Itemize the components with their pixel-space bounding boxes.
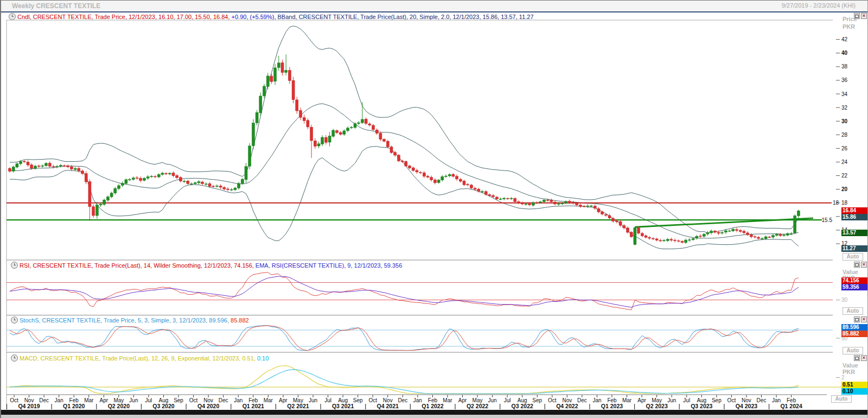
svg-text:34: 34	[841, 91, 848, 97]
legend-stoch-d-value: 85.882	[231, 317, 249, 324]
svg-text:Jan: Jan	[55, 397, 63, 403]
svg-text:30: 30	[841, 118, 848, 124]
svg-text:Mar: Mar	[443, 397, 452, 403]
rsi-legend: RSI, CRESCENT TEXTILE, Trade Price(Last)…	[11, 262, 402, 269]
clock-icon	[11, 262, 18, 269]
svg-text:Dec: Dec	[219, 397, 228, 403]
svg-text:Jul: Jul	[145, 397, 152, 403]
svg-text:Oct: Oct	[189, 397, 198, 403]
svg-text:Jul: Jul	[683, 397, 690, 403]
svg-text:42: 42	[841, 36, 848, 42]
svg-text:Jun: Jun	[129, 397, 138, 403]
svg-text:Q1 2023: Q1 2023	[601, 403, 623, 409]
svg-text:Jan: Jan	[592, 397, 601, 403]
bb-lower-badge: 11.27	[841, 245, 868, 252]
svg-text:18: 18	[841, 200, 848, 206]
close-button[interactable]: ×	[861, 262, 867, 268]
svg-text:22: 22	[841, 173, 848, 179]
legend-rsi-values: RSI, CRESCENT TEXTILE, Trade Price(Last)…	[20, 262, 254, 269]
svg-text:Oct: Oct	[10, 397, 18, 403]
clock-icon	[11, 316, 18, 324]
svg-text:18: 18	[833, 200, 839, 206]
svg-text:Q4 2022: Q4 2022	[556, 403, 578, 409]
svg-text:Apr: Apr	[279, 397, 288, 403]
clock-icon	[11, 354, 18, 362]
svg-text:Jan: Jan	[772, 397, 781, 403]
svg-text:36: 36	[841, 77, 848, 83]
svg-text:Q2 2022: Q2 2022	[467, 403, 488, 409]
close-button[interactable]: ×	[861, 316, 867, 322]
close-button[interactable]: ×	[861, 355, 867, 361]
svg-text:Q2 2020: Q2 2020	[108, 403, 130, 409]
svg-text:Jun: Jun	[488, 397, 497, 403]
svg-text:Dec: Dec	[577, 397, 587, 403]
legend-rsi-ema-values: EMA, RSI(CRESCENT TEXTILE), 9, 12/1/2023…	[256, 262, 402, 269]
svg-text:24: 24	[841, 159, 848, 165]
bb-mid-badge: 13.57	[841, 230, 868, 236]
stoch-axis-auto-toggle[interactable]: Auto	[843, 347, 863, 354]
svg-text:Q1 2022: Q1 2022	[422, 403, 443, 409]
price-axis-auto-toggle[interactable]: Auto	[843, 253, 863, 261]
svg-text:Q4 2020: Q4 2020	[197, 403, 219, 409]
rsi-panel-buttons: ×	[854, 262, 867, 268]
stoch-panel-buttons: ×	[854, 316, 867, 322]
svg-text:Sep: Sep	[353, 397, 363, 403]
svg-text:Jun: Jun	[667, 397, 676, 403]
chart-window: Weekly CRESCENT TEXTILE 9/27/2019 - 2/23…	[0, 0, 868, 418]
svg-text:Dec: Dec	[39, 397, 49, 403]
svg-text:20: 20	[841, 186, 848, 192]
rsi-value-badge: 74.156	[841, 277, 868, 284]
svg-text:15.5: 15.5	[822, 217, 833, 223]
legend-macd-values: MACD, CRESCENT TEXTILE, Trade Price(Last…	[20, 355, 256, 362]
rsi-axis-auto-toggle[interactable]: Auto	[843, 307, 863, 315]
stoch-k-badge: 89.596	[841, 324, 868, 331]
svg-text:Q4 2019: Q4 2019	[18, 403, 40, 409]
macd-signal-badge: 0.10	[841, 388, 868, 395]
bb-upper-badge: 15.86	[841, 214, 868, 220]
last-price-badge: 16.84	[841, 207, 868, 214]
svg-text:Apr: Apr	[637, 397, 646, 403]
restore-button[interactable]	[854, 355, 860, 361]
svg-text:Apr: Apr	[100, 397, 108, 403]
macd-axis-title: Value	[843, 362, 858, 369]
svg-text:Oct: Oct	[368, 397, 377, 403]
svg-text:Jun: Jun	[309, 397, 317, 403]
macd-legend: MACD, CRESCENT TEXTILE, Trade Price(Last…	[11, 354, 269, 362]
svg-text:Q3 2020: Q3 2020	[152, 403, 174, 409]
window-bottom-border	[1, 410, 867, 415]
svg-text:Jul: Jul	[324, 397, 331, 403]
svg-text:Q3 2022: Q3 2022	[512, 403, 533, 409]
svg-text:Jan: Jan	[234, 397, 242, 403]
restore-button[interactable]	[854, 316, 860, 322]
svg-text:Mar: Mar	[264, 397, 273, 403]
price-axis-unit: PKR	[843, 23, 855, 30]
svg-text:Q1 2024: Q1 2024	[780, 403, 802, 409]
svg-text:Jul: Jul	[504, 397, 511, 403]
svg-text:Jan: Jan	[413, 397, 422, 403]
svg-text:30: 30	[841, 297, 848, 303]
svg-text:Sep: Sep	[174, 397, 183, 403]
svg-text:Q1 2021: Q1 2021	[242, 403, 264, 409]
svg-text:28: 28	[841, 132, 848, 138]
macd-panel-buttons: ×	[854, 355, 867, 361]
svg-text:Oct: Oct	[548, 397, 557, 403]
svg-text:Q3 2023: Q3 2023	[691, 403, 712, 409]
time-axis-auto-toggle[interactable]: Auto	[831, 395, 852, 403]
svg-text:26: 26	[841, 145, 848, 151]
svg-text:2: 2	[841, 375, 845, 381]
svg-text:Q4 2021: Q4 2021	[377, 403, 399, 409]
macd-value-badge: 0.51	[841, 382, 868, 388]
restore-button[interactable]	[854, 262, 860, 268]
svg-text:38: 38	[841, 64, 848, 69]
svg-text:Dec: Dec	[757, 397, 767, 403]
svg-text:Apr: Apr	[458, 397, 467, 403]
svg-text:Q2 2023: Q2 2023	[646, 403, 668, 409]
window-bottom-margin	[1, 415, 867, 418]
stoch-legend: StochS, CRESCENT TEXTILE, Trade Price, 5…	[11, 316, 249, 324]
macd-axis-unit: PKR	[843, 369, 855, 375]
rsi-ema-badge: 59.356	[841, 284, 868, 290]
svg-text:32: 32	[841, 105, 848, 111]
stoch-d-badge: 85.882	[841, 331, 868, 337]
svg-text:Q4 2023: Q4 2023	[736, 403, 757, 409]
svg-text:40: 40	[841, 50, 848, 56]
